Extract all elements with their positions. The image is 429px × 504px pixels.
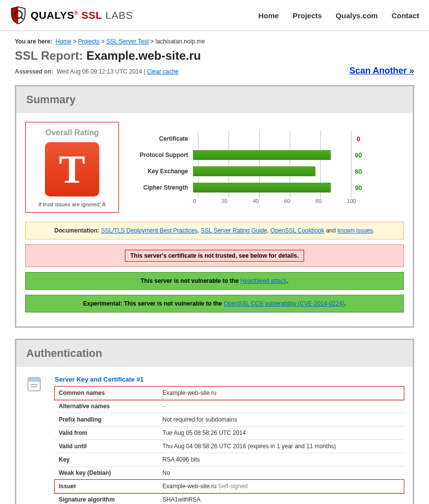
scan-another-link[interactable]: Scan Another » [350, 66, 414, 76]
logo-text: QUALYS® SSL LABS [31, 9, 133, 21]
cert-table: Common namesExample-web-site.ru Alternat… [55, 386, 404, 504]
alert-untrusted: This server's certificate is not trusted… [25, 244, 404, 267]
bar-fill [193, 183, 331, 193]
row-key: KeyRSA 4096 bits [55, 453, 404, 466]
nav-home[interactable]: Home [258, 11, 279, 20]
documentation-box: Documentation: SSL/TLS Deployment Best P… [25, 222, 404, 239]
shield-icon [10, 6, 27, 25]
nav-projects[interactable]: Projects [293, 11, 322, 20]
assessed-on: Assessed on: Wed Aug 06 09:12:13 UTC 201… [15, 68, 179, 75]
summary-heading: Summary [16, 86, 413, 113]
cert-section-title: Server Key and Certificate #1 [55, 376, 404, 383]
svg-rect-3 [28, 378, 40, 382]
rating-title: Overall Rating [31, 128, 114, 137]
title-prefix: SSL Report: [15, 49, 86, 62]
bar-score: 0 [346, 135, 371, 143]
row-valid-from: Valid fromTue Aug 05 08:58:26 UTC 2014 [55, 426, 404, 440]
row-common-names: Common namesExample-web-site.ru [55, 387, 404, 400]
page-title: SSL Report: Example.web-site.ru [15, 49, 414, 63]
bar-row-cipher: Cipher Strength 90 [134, 181, 404, 194]
breadcrumb-projects[interactable]: Projects [78, 38, 99, 45]
certificate-icon [25, 376, 43, 393]
authentication-panel: Authentication Server Key and Certificat… [15, 339, 414, 504]
score-bars: Certificate 0 Protocol Support 90 Key Ex… [134, 122, 404, 213]
top-nav: Home Projects Qualys.com Contact [258, 11, 419, 20]
row-valid-until: Valid untilThu Aug 04 08:58:26 UTC 2016 … [55, 440, 404, 453]
summary-panel: Summary Overall Rating T If trust issues… [15, 85, 414, 328]
bar-fill [193, 166, 315, 176]
breadcrumb-leaf: lachisatan.noip.me [156, 38, 205, 45]
breadcrumb-label: You are here: [15, 38, 52, 45]
row-weak-key: Weak key (Debian)No [55, 466, 404, 480]
bar-score: 80 [346, 168, 371, 175]
bar-row-protocol: Protocol Support 90 [134, 148, 404, 162]
logo[interactable]: QUALYS® SSL LABS [10, 6, 133, 25]
header-bar: QUALYS® SSL LABS Home Projects Qualys.co… [0, 0, 429, 31]
doc-link-known-issues[interactable]: known issues [338, 227, 373, 234]
overall-rating-box: Overall Rating T If trust issues are ign… [25, 122, 119, 213]
bar-label: Protocol Support [134, 152, 193, 158]
rating-note: If trust issues are ignored: A [31, 201, 114, 207]
nav-qualys[interactable]: Qualys.com [336, 11, 378, 20]
authentication-heading: Authentication [16, 340, 413, 367]
doc-link-openssl-cookbook[interactable]: OpenSSL Cookbook [271, 227, 324, 234]
nav-contact[interactable]: Contact [391, 11, 419, 20]
assessed-ts: Wed Aug 06 09:12:13 UTC 2014 [57, 68, 142, 75]
row-issuer: IssuerExample-web-site.ru Self-signed [55, 480, 404, 493]
bar-label: Certificate [134, 135, 193, 142]
grade-badge: T [45, 142, 99, 196]
bar-fill [193, 150, 331, 160]
doc-link-best-practices[interactable]: SSL/TLS Deployment Best Practices [101, 227, 197, 234]
bar-label: Cipher Strength [134, 184, 193, 191]
bar-score: 90 [346, 152, 371, 159]
row-alt-names: Alternative names- [55, 400, 404, 413]
alert-heartbleed-text: This server is not vulnerable to the [141, 277, 240, 284]
row-signature: Signature algorithmSHA1withRSA [55, 493, 404, 504]
chart-axis: 0 20 40 60 80 100 [193, 197, 356, 204]
heartbleed-link[interactable]: Heartbleed attack [240, 277, 287, 284]
bar-score: 90 [346, 184, 371, 192]
breadcrumb-home[interactable]: Home [55, 38, 71, 45]
clear-cache-link[interactable]: Clear cache [147, 68, 179, 75]
breadcrumb-ssltest[interactable]: SSL Server Test [106, 38, 149, 45]
docs-label: Documentation: [54, 227, 101, 234]
bar-row-certificate: Certificate 0 [134, 132, 404, 146]
row-prefix: Prefix handlingNot required for subdomai… [55, 413, 404, 426]
doc-link-rating-guide[interactable]: SSL Server Rating Guide [201, 227, 267, 234]
bar-label: Key Exchange [134, 168, 193, 175]
ccs-link[interactable]: OpenSSL CCS vulnerability (CVE-2014-0224… [224, 300, 344, 307]
breadcrumb: You are here: Home > Projects > SSL Serv… [15, 38, 414, 45]
alert-untrusted-text: This server's certificate is not trusted… [125, 250, 304, 262]
alert-heartbleed: This server is not vulnerable to the Hea… [25, 272, 404, 290]
bar-row-keyexchange: Key Exchange 80 [134, 164, 404, 178]
title-host: Example.web-site.ru [86, 49, 201, 62]
assessed-label: Assessed on: [15, 68, 53, 75]
alert-ccs-text: Experimental: This server is not vulnera… [83, 300, 224, 307]
alert-ccs: Experimental: This server is not vulnera… [25, 295, 404, 312]
